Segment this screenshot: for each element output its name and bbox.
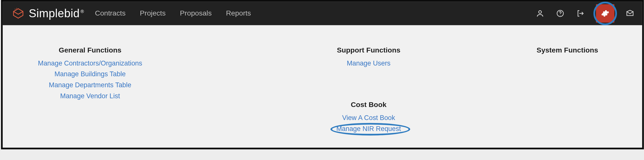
link-manage-buildings[interactable]: Manage Buildings Table xyxy=(54,70,126,78)
brand[interactable]: Simplebid® xyxy=(12,7,84,20)
svg-point-1 xyxy=(16,8,17,9)
heading-system: System Functions xyxy=(537,46,598,55)
help-icon[interactable] xyxy=(556,9,565,18)
link-manage-vendors[interactable]: Manage Vendor List xyxy=(60,92,120,100)
svg-point-5 xyxy=(560,15,560,16)
link-manage-users[interactable]: Manage Users xyxy=(347,60,391,67)
link-manage-nir[interactable]: Manage NIR Request xyxy=(336,125,401,132)
svg-point-0 xyxy=(15,9,16,10)
column-system: System Functions xyxy=(504,46,630,146)
link-manage-departments[interactable]: Manage Departments Table xyxy=(49,82,131,89)
link-view-costbook[interactable]: View A Cost Book xyxy=(342,114,395,122)
heading-costbook: Cost Book xyxy=(351,101,387,109)
settings-button[interactable] xyxy=(596,4,614,23)
nav-contracts[interactable]: Contracts xyxy=(95,9,125,18)
nav-reports[interactable]: Reports xyxy=(226,9,251,18)
nav-projects[interactable]: Projects xyxy=(140,9,166,18)
nir-wrap: Manage NIR Request xyxy=(336,125,401,132)
logout-icon[interactable] xyxy=(576,9,585,18)
brand-name: Simplebid® xyxy=(29,7,84,20)
main-nav: Contracts Projects Proposals Reports xyxy=(95,9,251,18)
content: General Functions Manage Contractors/Org… xyxy=(3,25,642,148)
top-icons xyxy=(535,4,634,23)
topbar: Simplebid® Contracts Projects Proposals … xyxy=(3,2,642,25)
svg-point-2 xyxy=(16,10,16,11)
column-middle: Support Functions Manage Users Cost Book… xyxy=(293,46,444,146)
heading-general: General Functions xyxy=(59,46,121,55)
link-manage-contractors[interactable]: Manage Contractors/Organizations xyxy=(38,60,142,67)
app-window: Simplebid® Contracts Projects Proposals … xyxy=(1,0,644,149)
column-general: General Functions Manage Contractors/Org… xyxy=(15,46,166,146)
logo-icon xyxy=(12,7,25,20)
svg-point-3 xyxy=(539,11,541,14)
user-icon[interactable] xyxy=(535,9,545,18)
heading-support: Support Functions xyxy=(337,46,400,55)
mail-icon[interactable] xyxy=(625,9,635,18)
nav-proposals[interactable]: Proposals xyxy=(180,9,212,18)
